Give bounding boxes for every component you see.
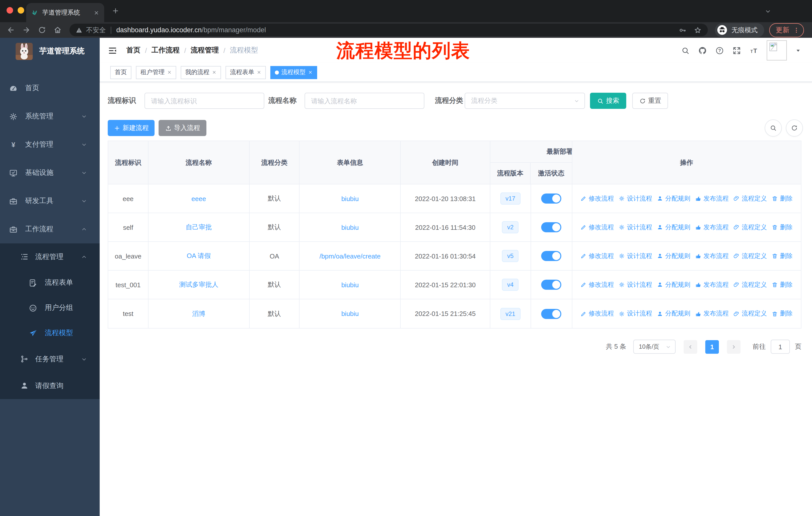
tab-租户管理[interactable]: 租户管理 [136,66,176,79]
action-设计流程[interactable]: 设计流程 [619,194,652,203]
close-icon[interactable] [257,70,261,75]
avatar[interactable] [767,40,787,60]
action-流程定义[interactable]: 流程定义 [734,223,767,232]
active-state-toggle[interactable] [541,309,561,319]
sidebar-item-请假查询[interactable]: 请假查询 [0,372,100,399]
action-删除[interactable]: 删除 [772,194,793,203]
form-info-link[interactable]: biubiu [341,195,359,202]
sidebar-item-系统管理[interactable]: 系统管理 [0,102,100,131]
action-分配规则[interactable]: 分配规则 [657,252,690,260]
form-info-link[interactable]: biubiu [341,310,359,318]
form-info-link[interactable]: biubiu [341,281,359,289]
action-发布流程[interactable]: 发布流程 [695,194,729,203]
process-name-link[interactable]: OA 请假 [187,251,211,261]
action-修改流程[interactable]: 修改流程 [581,223,614,232]
import-process-button[interactable]: 导入流程 [158,120,206,136]
not-secure-warning-icon[interactable] [76,26,83,33]
forward-button[interactable] [22,26,31,34]
tab-流程表单[interactable]: 流程表单 [226,66,266,79]
sidebar-item-研发工具[interactable]: 研发工具 [0,187,100,215]
breadcrumb-item-流程管理[interactable]: 流程管理 [191,46,219,55]
reload-button[interactable] [38,26,46,34]
sidebar-item-流程表单[interactable]: 流程表单 [0,270,100,295]
sidebar-item-基础设施[interactable]: 基础设施 [0,159,100,187]
action-修改流程[interactable]: 修改流程 [581,280,614,289]
tab-search-chevron-icon[interactable] [765,8,771,15]
form-info-link[interactable]: /bpm/oa/leave/create [319,252,381,260]
tab-首页[interactable]: 首页 [110,66,132,79]
sidebar-collapse-button[interactable] [108,46,117,55]
action-修改流程[interactable]: 修改流程 [581,194,614,203]
sidebar-item-首页[interactable]: 首页 [0,74,100,102]
tab-流程模型[interactable]: 流程模型 [270,66,317,79]
action-分配规则[interactable]: 分配规则 [657,223,690,232]
action-分配规则[interactable]: 分配规则 [657,280,690,289]
goto-page-input[interactable] [771,340,790,354]
back-button[interactable] [6,26,15,34]
create-process-button[interactable]: 新建流程 [108,120,154,136]
close-icon[interactable] [167,70,172,75]
active-state-toggle[interactable] [541,280,561,290]
sidebar-item-用户分组[interactable]: 用户分组 [0,295,100,321]
sidebar-item-支付管理[interactable]: 支付管理 [0,131,100,159]
search-icon[interactable] [681,46,690,55]
action-流程定义[interactable]: 流程定义 [734,252,767,260]
active-state-toggle[interactable] [541,222,561,232]
next-page-button[interactable] [727,340,741,353]
action-删除[interactable]: 删除 [772,223,793,232]
breadcrumb-item-工作流程[interactable]: 工作流程 [151,46,180,55]
tab-我的流程[interactable]: 我的流程 [181,66,221,79]
close-icon[interactable] [308,70,313,75]
key-input[interactable] [144,93,264,109]
close-window-button[interactable] [6,7,13,13]
action-发布流程[interactable]: 发布流程 [695,309,729,318]
action-设计流程[interactable]: 设计流程 [619,223,652,232]
help-icon[interactable] [715,46,724,55]
name-input[interactable] [304,93,424,109]
font-size-icon[interactable] [750,46,758,55]
browser-tab[interactable]: 芋道管理系统 [26,3,104,22]
tab-close-icon[interactable] [94,10,99,16]
home-button[interactable] [53,26,62,34]
process-name-link[interactable]: 测试多审批人 [179,280,218,289]
fullscreen-icon[interactable] [732,46,741,55]
current-page-button[interactable]: 1 [705,340,719,353]
action-设计流程[interactable]: 设计流程 [619,280,652,289]
sidebar-item-任务管理[interactable]: 任务管理 [0,346,100,372]
sidebar-item-工作流程[interactable]: 工作流程 [0,215,100,243]
process-name-link[interactable]: 滔博 [192,309,205,318]
address-bar[interactable]: 不安全 dashboard.yudao.iocoder.cn/bpm/manag… [69,24,708,36]
breadcrumb-item-首页[interactable]: 首页 [126,46,141,55]
sidebar-logo-row[interactable]: 芋道管理系统 [0,38,100,64]
form-info-link[interactable]: biubiu [341,223,359,231]
action-修改流程[interactable]: 修改流程 [581,252,614,260]
page-size-select[interactable]: 10条/页 [633,340,675,354]
action-删除[interactable]: 删除 [772,252,793,260]
action-删除[interactable]: 删除 [772,309,793,318]
action-分配规则[interactable]: 分配规则 [657,194,690,203]
category-select[interactable]: 流程分类 [465,93,585,109]
action-流程定义[interactable]: 流程定义 [734,280,767,289]
minimize-window-button[interactable] [18,7,24,13]
browser-update-button[interactable]: 更新 [769,23,804,37]
github-icon[interactable] [698,46,707,55]
reset-button[interactable]: 重置 [632,93,668,109]
sidebar-item-流程管理[interactable]: 流程管理 [0,243,100,270]
action-分配规则[interactable]: 分配规则 [657,309,690,318]
action-删除[interactable]: 删除 [772,280,793,289]
action-流程定义[interactable]: 流程定义 [734,309,767,318]
action-发布流程[interactable]: 发布流程 [695,252,729,260]
user-menu-caret-icon[interactable] [795,48,801,53]
close-icon[interactable] [212,70,216,75]
process-name-link[interactable]: eeee [192,195,206,202]
refresh-table-button[interactable] [786,119,803,137]
browser-menu-dots-icon[interactable] [793,26,800,33]
new-tab-button[interactable] [112,7,119,15]
action-设计流程[interactable]: 设计流程 [619,252,652,260]
bookmark-star-icon[interactable] [694,26,702,34]
prev-page-button[interactable] [684,340,697,353]
action-修改流程[interactable]: 修改流程 [581,309,614,318]
active-state-toggle[interactable] [541,251,561,261]
search-button[interactable]: 搜索 [590,93,626,109]
password-key-icon[interactable] [678,26,687,34]
